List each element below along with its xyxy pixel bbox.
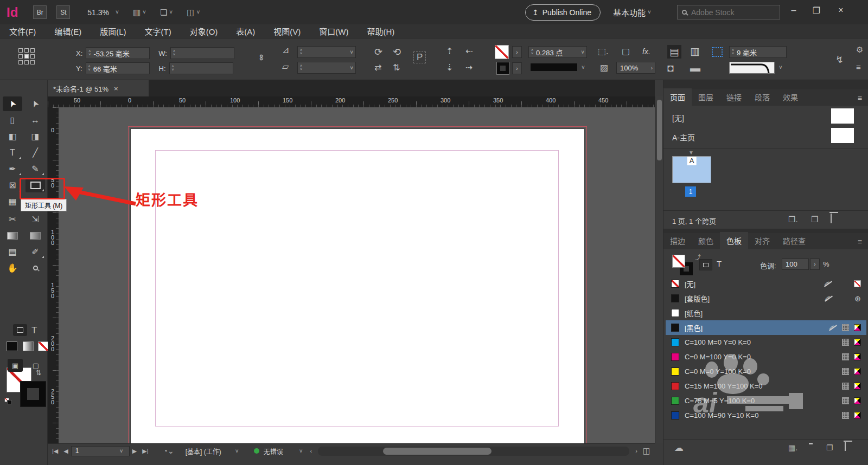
stroke-color-well[interactable] [497, 62, 509, 74]
tab-swatches[interactable]: 色板 [720, 232, 748, 249]
gear-icon[interactable]: ⚙ [856, 45, 863, 55]
tab-pages[interactable]: 页面 [663, 88, 692, 106]
pen-tool[interactable]: ✒ [3, 162, 22, 176]
menu-type[interactable]: 文字(T) [136, 25, 181, 37]
preview-mode-button[interactable]: ▢ [28, 359, 43, 372]
fill-color-well[interactable] [495, 45, 509, 59]
distribute-down-icon[interactable]: ⇣ [446, 62, 453, 73]
first-page-button[interactable]: |◀ [52, 448, 58, 455]
stroke-menu-button[interactable]: › [512, 62, 522, 74]
previous-page-button[interactable]: ◀ [63, 448, 68, 455]
edit-page-size-icon[interactable]: ❒. [788, 215, 798, 224]
vertical-scrollbar[interactable] [655, 96, 663, 443]
preflight-status-text[interactable]: 无错误 [264, 447, 283, 456]
horizontal-scroll-thumb[interactable] [383, 448, 492, 455]
tab-paragraph[interactable]: 段落 [748, 88, 776, 106]
swatch-row-black[interactable]: [黑色] ✐ [666, 320, 866, 335]
fill-menu-button[interactable]: › [512, 46, 522, 58]
last-page-button[interactable]: ▶| [142, 448, 148, 455]
h-field[interactable]: ˄˅ [169, 62, 233, 74]
free-transform-tool[interactable]: ⇲ [25, 212, 45, 227]
spread-view-toggle-icon[interactable]: ◫ [643, 446, 650, 456]
menu-file[interactable]: 文件(F) [0, 25, 45, 37]
tint-input[interactable] [784, 260, 806, 269]
swatch-row-blue[interactable]: C=100 M=90 Y=10 K=0 [666, 408, 866, 423]
opacity-input[interactable] [619, 63, 649, 73]
apply-none-button[interactable] [38, 341, 49, 351]
chevron-down-icon[interactable]: ˅ [116, 9, 119, 15]
tint-field[interactable] [782, 259, 809, 270]
eyedropper-tool[interactable]: ✐ [25, 244, 45, 259]
scissors-tool[interactable]: ✂ [3, 212, 22, 227]
formatting-affects-container-button[interactable] [13, 324, 27, 336]
w-field[interactable]: ˄˅ [170, 47, 234, 59]
swatch-row-registration[interactable]: [套版色] ✐⊕ [666, 291, 866, 306]
preflight-profile[interactable]: [基本] (工作) [186, 447, 221, 456]
type-tool[interactable]: T [3, 145, 22, 160]
document-page[interactable] [131, 129, 584, 443]
search-input[interactable] [690, 8, 766, 17]
menu-layout[interactable]: 版面(L) [91, 25, 135, 37]
adobe-stock-search[interactable] [677, 5, 780, 20]
wrap-jump-to-next-icon[interactable]: ▬ [690, 62, 700, 74]
scroll-right-arrow[interactable]: › [635, 448, 637, 454]
tab-layers[interactable]: 图层 [692, 88, 720, 106]
page-number-badge[interactable]: 1 [685, 186, 696, 197]
gradient-swatch-tool[interactable] [3, 228, 22, 243]
tab-color[interactable]: 颜色 [692, 232, 720, 249]
screen-mode-menu[interactable]: ❏˅ [160, 8, 173, 17]
pencil-tool[interactable]: ✎ [25, 162, 45, 176]
line-tool[interactable]: ╱ [25, 145, 45, 160]
swatch-views-icon[interactable]: ▦. [788, 443, 797, 452]
tab-effects[interactable]: 效果 [776, 88, 805, 106]
frame-fitting-icon[interactable] [712, 47, 723, 57]
quick-apply-icon[interactable]: ↯ [835, 54, 844, 66]
page-number-field[interactable]: ˅ [71, 446, 130, 456]
stroke-weight-input[interactable] [535, 48, 579, 57]
swatch-row-red[interactable]: C=15 M=100 Y=100 K=0 [666, 379, 866, 393]
menu-view[interactable]: 视图(V) [264, 25, 310, 37]
page-thumbnail[interactable]: A [672, 156, 711, 183]
normal-view-mode-button[interactable]: ▣ [8, 359, 23, 372]
menu-edit[interactable]: 编辑(E) [45, 25, 91, 37]
tab-stroke[interactable]: 描边 [663, 232, 692, 249]
note-tool[interactable]: ▤ [3, 244, 22, 259]
default-fill-stroke-icon[interactable] [4, 398, 13, 405]
apply-gradient-button[interactable] [23, 341, 34, 351]
corner-shape-icon[interactable]: ▢ [622, 46, 630, 56]
close-document-icon[interactable]: × [114, 85, 118, 93]
rotate-ccw-icon[interactable]: ⟲ [393, 46, 401, 58]
corner-radius-field[interactable]: ˄˅ [729, 46, 787, 58]
x-field[interactable]: ˄˅ [86, 47, 150, 59]
new-spread-icon[interactable]: ❐ [811, 215, 818, 224]
wrap-none-icon[interactable]: ▤ [667, 45, 681, 59]
menu-window[interactable]: 窗口(W) [310, 25, 358, 37]
panel-menu-icon[interactable]: ≡ [856, 62, 861, 72]
selection-tool[interactable]: ➤ [3, 96, 22, 111]
next-page-button[interactable]: ▶ [132, 448, 137, 455]
document-tab[interactable]: *未命名-1 @ 51% × [48, 80, 149, 96]
wrap-around-icon[interactable]: ▥ [690, 45, 700, 57]
chevron-down-icon[interactable]: ˅ [582, 64, 585, 70]
flip-vertical-icon[interactable]: ⇅ [393, 62, 400, 73]
bridge-button[interactable]: Br [33, 5, 47, 19]
new-swatch-icon[interactable]: ❐ [826, 443, 833, 452]
gradient-feather-tool[interactable] [25, 228, 45, 243]
tint-dropdown-button[interactable]: › [810, 259, 820, 270]
y-field[interactable]: ˄˅ [86, 62, 150, 74]
view-options-menu[interactable]: ▥˅ [133, 8, 146, 17]
vertical-ruler[interactable]: 0 50 100 150 200 250 [48, 107, 59, 443]
direct-selection-tool[interactable]: ➤ [25, 96, 45, 111]
minimize-button[interactable]: – [786, 5, 802, 15]
cc-libraries-sync-icon[interactable]: ☁ [674, 442, 684, 454]
master-none-swatch[interactable] [831, 108, 854, 124]
chevron-down-icon[interactable]: ˅ [299, 448, 303, 454]
tab-align[interactable]: 对齐 [748, 232, 776, 249]
stroke-type-preview[interactable] [531, 63, 577, 71]
delete-swatch-icon[interactable] [845, 442, 846, 450]
publish-online-button[interactable]: ↥ Publish Online [525, 4, 601, 21]
close-button[interactable]: × [833, 5, 849, 15]
reference-point-proxy[interactable] [18, 48, 35, 64]
tab-pathfinder[interactable]: 路径查 [776, 232, 812, 249]
distribute-right-icon[interactable]: ⇢ [465, 62, 473, 73]
